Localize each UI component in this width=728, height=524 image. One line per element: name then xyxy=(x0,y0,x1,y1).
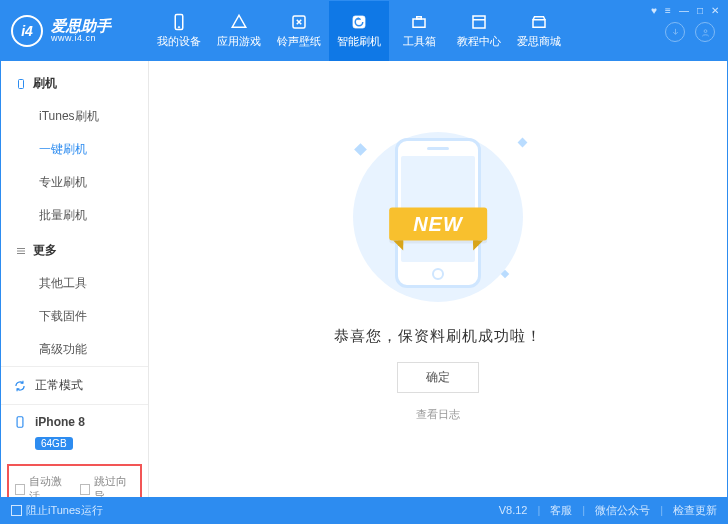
mode-label: 正常模式 xyxy=(35,377,83,394)
list-icon xyxy=(15,245,27,257)
check-update-link[interactable]: 检查更新 xyxy=(673,503,717,518)
maximize-icon[interactable]: □ xyxy=(697,5,703,16)
sidebar-item-other-tools[interactable]: 其他工具 xyxy=(1,267,148,300)
storage-badge: 64GB xyxy=(35,437,73,450)
nav-label: 智能刷机 xyxy=(337,34,381,49)
top-nav: 我的设备 应用游戏 铃声壁纸 智能刷机 工具箱 教程中心 xyxy=(149,1,643,61)
version-label: V8.12 xyxy=(499,504,528,516)
sidebar-item-itunes-flash[interactable]: iTunes刷机 xyxy=(1,100,148,133)
nav-flash[interactable]: 智能刷机 xyxy=(329,1,389,61)
support-link[interactable]: 客服 xyxy=(550,503,572,518)
device-name: iPhone 8 xyxy=(35,415,85,429)
sidebar: 刷机 iTunes刷机 一键刷机 专业刷机 批量刷机 更多 其他工具 下载固件 … xyxy=(1,61,149,497)
phone-icon xyxy=(15,78,27,90)
sidebar-group-more[interactable]: 更多 xyxy=(1,232,148,267)
wechat-link[interactable]: 微信公众号 xyxy=(595,503,650,518)
sidebar-item-batch-flash[interactable]: 批量刷机 xyxy=(1,199,148,232)
flash-icon xyxy=(350,13,368,31)
close-icon[interactable]: ✕ xyxy=(711,5,719,16)
main-content: NEW 恭喜您，保资料刷机成功啦！ 确定 查看日志 xyxy=(149,61,727,497)
nav-label: 应用游戏 xyxy=(217,34,261,49)
success-illustration: NEW xyxy=(328,127,548,307)
settings-icon[interactable]: ♥ xyxy=(651,5,657,16)
device-mode[interactable]: 正常模式 xyxy=(1,366,148,404)
tools-icon xyxy=(410,13,428,31)
success-message: 恭喜您，保资料刷机成功啦！ xyxy=(334,327,542,346)
sidebar-item-advanced[interactable]: 高级功能 xyxy=(1,333,148,366)
status-bar: 阻止iTunes运行 V8.12 | 客服 | 微信公众号 | 检查更新 xyxy=(1,497,727,523)
phone-icon xyxy=(13,415,27,429)
sidebar-item-oneclick-flash[interactable]: 一键刷机 xyxy=(1,133,148,166)
book-icon xyxy=(470,13,488,31)
svg-rect-6 xyxy=(473,16,485,28)
logo-badge: i4 xyxy=(11,15,43,47)
group-title: 刷机 xyxy=(33,75,57,92)
sidebar-item-download-fw[interactable]: 下载固件 xyxy=(1,300,148,333)
minimize-icon[interactable]: — xyxy=(679,5,689,16)
svg-point-8 xyxy=(704,29,707,32)
header-right: ♥ ≡ — □ ✕ xyxy=(643,1,727,61)
device-icon xyxy=(170,13,188,31)
brand-url: www.i4.cn xyxy=(51,34,111,44)
app-header: i4 爱思助手 www.i4.cn 我的设备 应用游戏 铃声壁纸 智能刷机 xyxy=(1,1,727,61)
confirm-button[interactable]: 确定 xyxy=(397,362,479,393)
refresh-icon xyxy=(13,379,27,393)
nav-ringtone[interactable]: 铃声壁纸 xyxy=(269,1,329,61)
new-ribbon: NEW xyxy=(389,207,487,240)
view-log-link[interactable]: 查看日志 xyxy=(416,407,460,422)
svg-rect-9 xyxy=(19,79,24,88)
nav-label: 铃声壁纸 xyxy=(277,34,321,49)
nav-label: 我的设备 xyxy=(157,34,201,49)
store-icon xyxy=(530,13,548,31)
svg-point-1 xyxy=(178,27,180,29)
logo: i4 爱思助手 www.i4.cn xyxy=(1,1,149,61)
sidebar-item-pro-flash[interactable]: 专业刷机 xyxy=(1,166,148,199)
checkbox-label: 阻止iTunes运行 xyxy=(26,503,103,518)
nav-label: 工具箱 xyxy=(403,34,436,49)
sidebar-group-flash[interactable]: 刷机 xyxy=(1,65,148,100)
group-title: 更多 xyxy=(33,242,57,259)
nav-tutorial[interactable]: 教程中心 xyxy=(449,1,509,61)
brand-name: 爱思助手 xyxy=(51,18,111,35)
nav-label: 爱思商城 xyxy=(517,34,561,49)
svg-rect-13 xyxy=(17,417,23,428)
svg-rect-4 xyxy=(413,19,425,27)
nav-my-device[interactable]: 我的设备 xyxy=(149,1,209,61)
menu-icon[interactable]: ≡ xyxy=(665,5,671,16)
block-itunes-checkbox[interactable]: 阻止iTunes运行 xyxy=(11,503,103,518)
device-info[interactable]: iPhone 8 64GB xyxy=(1,404,148,460)
nav-label: 教程中心 xyxy=(457,34,501,49)
nav-tools[interactable]: 工具箱 xyxy=(389,1,449,61)
apps-icon xyxy=(230,13,248,31)
svg-rect-5 xyxy=(417,17,422,19)
nav-apps[interactable]: 应用游戏 xyxy=(209,1,269,61)
window-controls: ♥ ≡ — □ ✕ xyxy=(651,5,719,16)
user-button[interactable] xyxy=(695,22,715,42)
download-button[interactable] xyxy=(665,22,685,42)
nav-store[interactable]: 爱思商城 xyxy=(509,1,569,61)
ringtone-icon xyxy=(290,13,308,31)
